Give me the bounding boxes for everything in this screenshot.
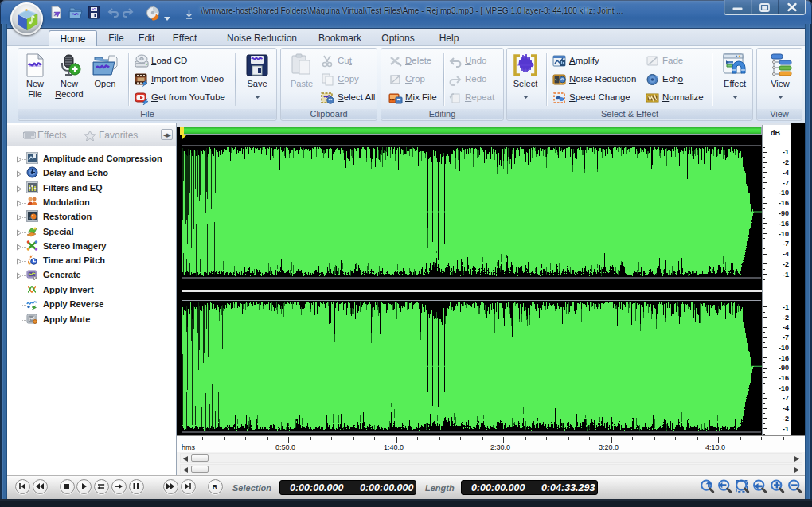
svg-text:R: R	[212, 483, 217, 491]
